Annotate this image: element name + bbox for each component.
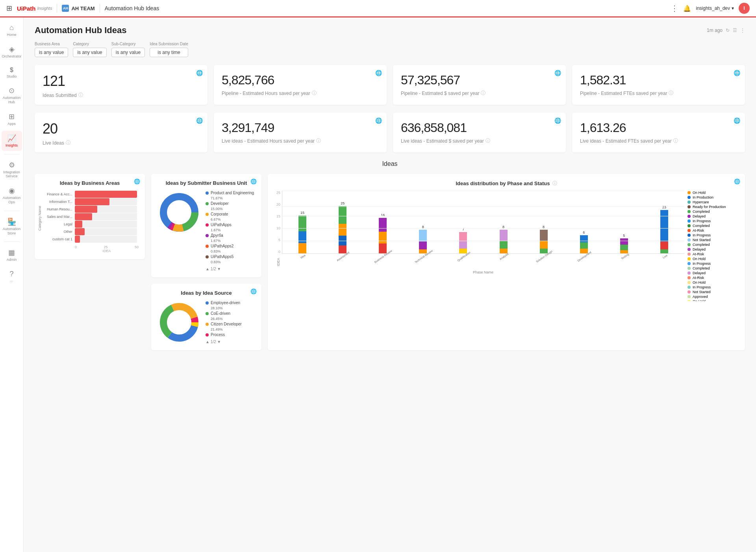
legend-dot-drugba [206, 234, 209, 237]
legend-label-uipathapps2: UiPathApps2 [211, 244, 233, 248]
phase-qual-value: 7 [462, 227, 464, 231]
legend-label-in-production: In Production [693, 195, 713, 199]
kpi-pipeline-hours: 🌐 5,825,766 Pipeline - Estimated Hours s… [214, 65, 387, 105]
legend-uipathapps2: UiPathApps2 [206, 244, 254, 248]
kpi-value-ideas-submitted: 121 [43, 73, 200, 89]
sidebar-item-insights[interactable]: 📈 Insights [2, 131, 22, 151]
refresh-icon[interactable]: ↻ [726, 28, 730, 33]
sidebar-item-orchestrator[interactable]: ◈ Orchestrator [2, 42, 22, 62]
kpi-info-icon-6[interactable]: ⓘ [485, 138, 490, 144]
legend-label-delayed-1: Delayed [693, 214, 706, 218]
topbar-more-icon[interactable]: ⋮ [671, 4, 678, 13]
kpi-value-live-ideas: 20 [43, 121, 200, 137]
legend-label-on-hold-2: On Hold [693, 257, 706, 261]
topbar-bell-icon[interactable]: 🔔 [683, 5, 691, 12]
kpi-label-ideas-submitted: Ideas Submitted ⓘ [43, 92, 200, 99]
submitter-pagination[interactable]: ▲ 1/2 ▼ [206, 267, 254, 271]
phase-assessment-value: 25 [341, 201, 345, 205]
kpi-info-icon-7[interactable]: ⓘ [673, 138, 678, 144]
phase-legend-at-risk-1: At-Risk [687, 229, 739, 232]
legend-pct-product-eng: 71.67% [206, 196, 254, 200]
legend-developer: Developer [206, 201, 254, 206]
section-ideas-title: Ideas [35, 160, 745, 167]
legend-dot-at-risk-1 [687, 229, 691, 232]
bar-row-it: Information T... [41, 198, 137, 205]
bar-row-hr: Human Resou... [41, 206, 137, 213]
sidebar-item-automation-hub[interactable]: ⊙ Automation Hub [2, 83, 22, 108]
filter-category-button[interactable]: is any value [73, 48, 106, 57]
legend-dot-delayed-1 [687, 215, 691, 218]
legend-drugba: Другба [206, 233, 254, 238]
bar-fill-other [75, 228, 85, 235]
legend-employee-driven: Employee-driven [206, 301, 242, 305]
apps-icon: ⊞ [9, 112, 15, 121]
kpi-label-live-dollars: Live ideas - Estimated $ saved per year … [401, 138, 558, 144]
phase-legend-in-progress-4: In Progress [687, 285, 739, 289]
kpi-info-icon-2[interactable]: ⓘ [481, 90, 485, 97]
kpi-info-icon-0[interactable]: ⓘ [78, 92, 83, 99]
phase-solution-design: 8 [524, 191, 564, 253]
phase-tr-bars [419, 230, 427, 253]
chart-source: Ideas by Idea Source 🌐 [151, 284, 261, 350]
legend-pct-drugba: 1.67% [206, 239, 254, 243]
axis-50: 50 [135, 245, 139, 249]
sidebar-item-integration-service[interactable]: ⚙ Integration Service [2, 158, 22, 182]
phase-live: 23 [644, 191, 684, 253]
sidebar-item-automation-ops[interactable]: ◉ Automation Ops [2, 183, 22, 208]
chart-submitter-globe: 🌐 [250, 178, 257, 184]
phase-br-bar-3 [379, 243, 387, 253]
legend-label-developer: Developer [211, 201, 229, 206]
legend-label-on-hold-3: On Hold [693, 281, 706, 284]
legend-label-employee: Employee-driven [211, 301, 240, 305]
legend-label-on-hold-4: On Hold [693, 299, 706, 301]
legend-label-on-hold: On Hold [693, 191, 706, 195]
filter-sub-category-label: Sub-Category [111, 42, 145, 46]
kpi-label-pipeline-hours: Pipeline - Estimated Hours saved per yea… [222, 90, 379, 97]
kpi-live-ftes: 🌐 1,613.26 Live ideas - Estimated FTEs s… [572, 113, 745, 152]
phase-qualification: 7 [443, 191, 483, 253]
phase-analysis-bar-1 [500, 230, 508, 241]
topbar-user[interactable]: insights_ah_dev ▾ [696, 6, 734, 11]
phase-tr-bar-1 [419, 230, 427, 242]
kpi-info-icon-4[interactable]: ⓘ [66, 139, 70, 146]
phase-analysis-bar-2 [500, 241, 508, 249]
automation-store-icon: 🏪 [7, 217, 16, 226]
phase-live-bar-1 [660, 210, 668, 242]
phase-dev-bar-2 [580, 242, 588, 249]
phase-assessment-bar-3 [339, 236, 346, 245]
legend-dot-completed-2 [687, 224, 691, 227]
bar-label-custom: custom cat 1 [41, 237, 72, 241]
grid-icon[interactable]: ⊞ [6, 4, 12, 13]
kpi-info-icon-3[interactable]: ⓘ [669, 90, 673, 97]
more-options-icon[interactable]: ⋮ [740, 28, 745, 33]
legend-dot-in-progress-3 [687, 262, 691, 265]
phase-live-bar-2 [660, 242, 668, 249]
sidebar-item-automation-store[interactable]: 🏪 Automation Store [2, 214, 22, 239]
kpi-info-icon-1[interactable]: ⓘ [312, 90, 317, 97]
filter-sub-category-button[interactable]: is any value [111, 48, 145, 57]
filter-business-area-button[interactable]: is any value [35, 48, 68, 57]
phase-analysis: 8 [483, 191, 523, 253]
sidebar-item-admin[interactable]: ▦ Admin [2, 245, 22, 265]
phase-qual-bars [459, 232, 467, 253]
filter-submission-date-button[interactable]: is any time [150, 48, 188, 57]
topbar-team[interactable]: AH AH TEAM [62, 5, 94, 12]
source-pagination[interactable]: ▲ 1/2 ▼ [206, 340, 242, 344]
sidebar-item-studio[interactable]: $ Studio [2, 63, 22, 82]
filter-icon[interactable]: ☰ [733, 28, 737, 33]
phase-legend-approved: Approved [687, 295, 739, 299]
kpi-value-live-ftes: 1,613.26 [580, 121, 737, 135]
sidebar-item-help[interactable]: ? ··· [2, 267, 22, 286]
chart-business-areas: Ideas by Business Areas 🌐 Finance & Acc.… [35, 174, 145, 259]
chart-phase-info-icon[interactable]: ⓘ [552, 180, 557, 187]
sidebar-item-apps[interactable]: ⊞ Apps [2, 109, 22, 129]
sidebar-item-home[interactable]: ⌂ Home [2, 20, 22, 40]
studio-icon: $ [10, 67, 13, 74]
kpi-info-icon-5[interactable]: ⓘ [316, 138, 321, 144]
legend-label-ready-production: Ready for Production [693, 205, 726, 209]
topbar-avatar[interactable]: I [739, 3, 750, 14]
donut-submitter-svg [158, 191, 201, 234]
legend-label-at-risk-2: At-Risk [693, 252, 704, 256]
chart-phase-globe: 🌐 [734, 178, 740, 184]
phase-legend-at-risk-3: At-Risk [687, 276, 739, 280]
